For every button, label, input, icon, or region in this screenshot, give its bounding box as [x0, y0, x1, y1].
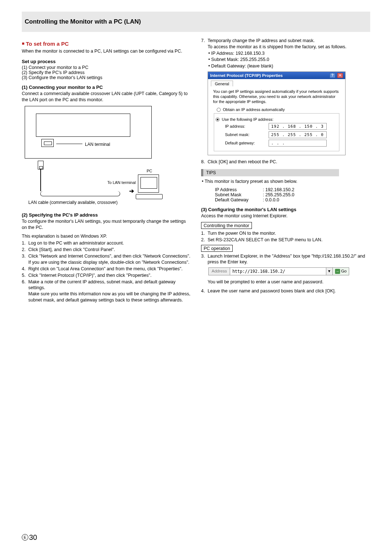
- pc-monitor-icon: [138, 175, 159, 193]
- list-item: 2.Set RS-232C/LAN SELECT on the SETUP me…: [201, 237, 370, 243]
- list-item: 2.Click [Start], and then click "Control…: [22, 247, 191, 253]
- left-heading: ■To set from a PC: [22, 41, 191, 47]
- setup-process-list: (1) Connect your monitor to a PC (2) Spe…: [22, 65, 191, 80]
- square-bullet-icon: ■: [22, 41, 24, 46]
- list-item: IP Address: 192.168.150.3: [208, 50, 370, 57]
- tab-general[interactable]: General: [211, 81, 233, 86]
- window-titlebar: Internet Protocol (TCP/IP) Properties ? …: [208, 72, 345, 79]
- s2-steps: 1.Log on to the PC with an administrator…: [22, 240, 191, 303]
- address-bar-label: Address: [209, 268, 230, 275]
- address-bar-input[interactable]: http://192.168.150.2/: [230, 268, 326, 275]
- address-bar-go-button[interactable]: →Go: [332, 268, 349, 275]
- address-bar-dropdown[interactable]: ▾: [326, 268, 332, 275]
- tcpip-properties-window: Internet Protocol (TCP/IP) Properties ? …: [208, 71, 346, 155]
- window-title: Internet Protocol (TCP/IP) Properties: [210, 73, 283, 78]
- list-item: 3.Launch Internet Explorer, in the "Addr…: [201, 253, 370, 266]
- list-item: 1.Turn the power ON to the monitor.: [201, 230, 370, 237]
- left-intro: When the monitor is connected to a PC, L…: [22, 48, 191, 54]
- subnet-mask-label: Subnet mask:: [225, 132, 269, 137]
- diagram-caption: LAN cable (commercially available, cross…: [28, 200, 118, 205]
- right-steps-7: 7.Temporarily change the IP address and …: [201, 38, 370, 50]
- tips-line: This monitor is factory preset as shown …: [202, 178, 370, 185]
- step7-bullets: IP Address: 192.168.150.3 Subnet Mask: 2…: [208, 50, 370, 70]
- close-icon[interactable]: ×: [337, 73, 343, 78]
- ip-address-field[interactable]: 192 . 168 . 150 . 3: [269, 123, 327, 130]
- diagram-to-lan-label: To LAN terminal: [99, 180, 136, 185]
- diagram-jack-icon: [38, 161, 44, 169]
- list-item: Subnet Mask: 255.255.255.0: [208, 57, 370, 63]
- left-heading-text: To set from a PC: [26, 41, 69, 47]
- banner-title: Controlling the Monitor with a PC (LAN): [25, 18, 367, 25]
- radio-use-following[interactable]: Use the following IP address:: [216, 117, 338, 122]
- diagram-lan-port-icon: [41, 139, 54, 147]
- list-item: 7.Temporarily change the IP address and …: [201, 38, 370, 50]
- arrow-right-icon: ➔: [129, 188, 134, 194]
- setup-step: (3) Configure the monitor's LAN settings: [22, 75, 191, 80]
- setup-step: (1) Connect your monitor to a PC: [22, 65, 191, 70]
- prompt-text: You will be prompted to enter a user nam…: [208, 279, 370, 285]
- help-icon[interactable]: ?: [330, 73, 335, 78]
- list-item: 3.Click "Network and Internet Connection…: [22, 253, 191, 266]
- radio-obtain-auto[interactable]: Obtain an IP address automatically: [217, 107, 340, 112]
- subnet-mask-field[interactable]: 255 . 255 . 255 . 0: [269, 131, 327, 138]
- radio-icon: [217, 108, 221, 112]
- list-item: 1.Log on to the PC with an administrator…: [22, 240, 191, 246]
- ie-address-bar: Address http://192.168.150.2/ ▾ →Go: [208, 267, 349, 275]
- s1-heading: (1) Connecting your monitor to a PC: [22, 85, 191, 90]
- list-item: 4.Right click on "Local Area Connection"…: [22, 266, 191, 272]
- list-item: Default Gateway: (leave blank): [208, 63, 370, 70]
- tips-kv: Subnet Mask: 255.255.255.0: [215, 192, 370, 197]
- controlling-monitor-list: 1.Turn the power ON to the monitor. 2.Se…: [201, 230, 370, 243]
- monitor-diagram: LAN terminal: [25, 106, 152, 159]
- right-steps-8: 8.Click [OK] and then reboot the PC.: [201, 159, 370, 165]
- tips-list: This monitor is factory preset as shown …: [202, 178, 370, 185]
- s1-text: Connect a commercially available crossov…: [22, 91, 191, 103]
- ip-address-label: IP address:: [225, 124, 269, 128]
- window-desc: You can get IP settings assigned automat…: [213, 89, 340, 104]
- tips-header: TIPS: [201, 169, 339, 176]
- s3-heading: (3) Configuring the monitor's LAN settin…: [201, 207, 370, 212]
- diagram-card-icon: [36, 114, 130, 137]
- tips-kv: Default Gateway: 0.0.0.0: [215, 197, 370, 202]
- go-arrow-icon: →: [335, 269, 340, 274]
- default-gateway-field[interactable]: . . .: [269, 140, 327, 147]
- controlling-monitor-box: Controlling the monitor: [201, 222, 252, 229]
- page-number: 30: [29, 533, 37, 541]
- s2-p2: This explanation is based on Windows XP.: [22, 233, 191, 239]
- step7-body: To access the monitor as it is shipped f…: [208, 44, 347, 49]
- diagram-lan-label: LAN terminal: [85, 142, 110, 147]
- list-item: 6.Make a note of the current IP address,…: [22, 279, 191, 304]
- diagram-pc-label: PC: [147, 169, 152, 173]
- s2-heading: (2) Specifying the PC's IP address: [22, 212, 191, 218]
- s3-text: Access the monitor using Internet Explor…: [201, 213, 370, 219]
- setup-step: (2) Specify the PC's IP address: [22, 70, 191, 75]
- radio-icon: [216, 118, 220, 122]
- default-gateway-label: Default gateway:: [225, 141, 269, 145]
- tips-kv: IP Address: 192.168.150.2: [215, 187, 370, 192]
- list-item: 4.Leave the user name and password boxes…: [201, 288, 370, 294]
- list-item: 8.Click [OK] and then reboot the PC.: [201, 159, 370, 165]
- setup-process-heading: Set up process: [22, 59, 191, 64]
- pc-operation-list: 3.Launch Internet Explorer, in the "Addr…: [201, 253, 370, 266]
- s2-p1: To configure the monitor's LAN settings,…: [22, 218, 191, 231]
- section-banner: Controlling the Monitor with a PC (LAN): [22, 12, 370, 32]
- pc-operation-box: PC operation: [201, 245, 233, 252]
- region-mark-icon: E: [22, 534, 28, 541]
- page-footer: E30: [22, 533, 37, 542]
- right-column: 7.Temporarily change the IP address and …: [201, 38, 370, 304]
- cable-pc-diagram: ➔ PC To LAN terminal LAN cable (commerci…: [25, 161, 163, 208]
- list-item: 5.Click "Internet Protocol (TCP/IP)", an…: [22, 272, 191, 279]
- pc-keyboard-icon: [136, 194, 163, 199]
- diagram-leader-line: [56, 144, 82, 144]
- left-column: ■To set from a PC When the monitor is co…: [22, 38, 191, 304]
- pc-operation-list-2: 4.Leave the user name and password boxes…: [201, 288, 370, 294]
